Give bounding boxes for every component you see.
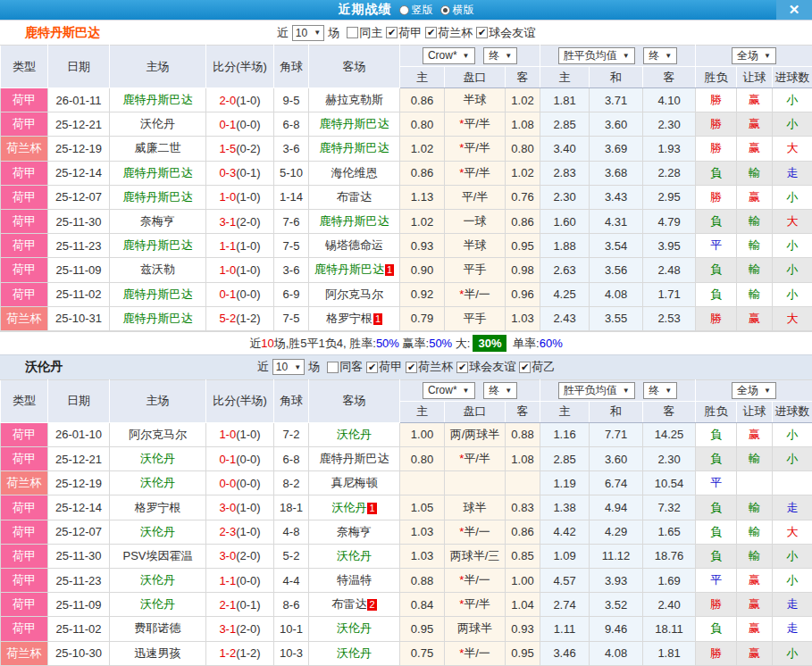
- handicap-line: 平/半: [464, 141, 490, 154]
- radio-label: 竖版: [412, 3, 433, 18]
- odds-away-cell: 0.85: [506, 544, 540, 568]
- league-type-cell: 荷甲: [1, 209, 48, 233]
- avg-away-cell: 18.11: [643, 617, 696, 641]
- handicap-line: 半/一: [464, 646, 490, 660]
- odds-away-cell: 0.88: [506, 422, 540, 446]
- handicap-line: 一球: [464, 214, 487, 228]
- goals-result-cell: [773, 471, 812, 495]
- corner-cell: 6-8: [274, 447, 309, 471]
- home-team-name: 沃伦丹: [140, 452, 175, 465]
- half-time-score: (1-0): [236, 239, 260, 253]
- avg-home-cell: 1.19: [540, 471, 590, 495]
- avg-home-cell: 2.30: [540, 185, 590, 209]
- half-time-score: (0-0): [236, 453, 260, 466]
- section-header-volendam: 沃伦丹 近 10▼ 场 同客✔荷甲✔荷兰杯✔球会友谊✔荷乙: [0, 354, 812, 379]
- filter-checkbox[interactable]: ✔荷兰杯: [406, 359, 453, 375]
- col-header-avg-home: 主: [540, 401, 590, 422]
- corner-cell: 6-9: [274, 282, 309, 306]
- filter-checkbox[interactable]: 同主: [347, 25, 382, 41]
- match-date-cell: 25-11-30: [48, 209, 110, 233]
- filter-checkbox[interactable]: ✔荷甲: [386, 25, 422, 41]
- avg-home-cell: 2.63: [540, 258, 590, 282]
- handicap-result-cell: 輸: [737, 495, 773, 520]
- table-row: 荷甲 25-11-30 PSV埃因霍温 3-0(2-0) 5-2 沃伦丹 1.0…: [1, 544, 812, 568]
- checkbox-unchecked-icon: [347, 27, 358, 38]
- goals-result-cell: 小: [773, 88, 812, 112]
- avg-away-cell: 4.79: [643, 209, 696, 233]
- score-cell: 1-0(1-0): [206, 185, 274, 209]
- col-header-avg-away: 客: [643, 401, 696, 422]
- avg-home-cell: 1.81: [540, 88, 590, 112]
- avg-stage-select[interactable]: 终▼: [643, 382, 677, 399]
- filter-checkbox[interactable]: ✔球会友谊: [476, 25, 535, 41]
- scope-select[interactable]: 全场▼: [732, 47, 776, 64]
- corner-cell: 7-6: [274, 209, 309, 233]
- handicap-cell: *半/一: [445, 282, 506, 306]
- summary-segment: 大:: [452, 337, 470, 350]
- home-team-cell: 迅速男孩: [110, 641, 206, 665]
- league-type-cell: 荷兰杯: [1, 306, 48, 330]
- goals-result-cell: 小: [773, 185, 812, 209]
- match-count-select[interactable]: 10▼: [292, 25, 324, 41]
- avg-draw-cell: 4.08: [590, 641, 643, 665]
- handicap-cell: *半/一: [445, 569, 506, 593]
- handicap-line: 平手: [464, 312, 487, 325]
- odds-away-cell: 0.83: [506, 495, 540, 520]
- result-cell: 負: [696, 209, 737, 233]
- avg-select[interactable]: 胜平负均值▼: [558, 382, 635, 399]
- avg-away-cell: 2.53: [643, 306, 696, 330]
- avg-home-cell: 4.42: [540, 520, 590, 544]
- match-count-select[interactable]: 10▼: [272, 359, 305, 375]
- close-button[interactable]: ✕: [776, 0, 812, 20]
- filter-checkbox[interactable]: ✔荷乙: [519, 359, 555, 375]
- score-cell: 5-2(1-2): [206, 306, 274, 330]
- filter-checkbox[interactable]: ✔荷甲: [366, 359, 402, 375]
- odds-stage-select[interactable]: 终▼: [483, 382, 517, 399]
- avg-away-cell: 2.28: [643, 161, 696, 185]
- goals-result-cell: 走: [773, 495, 812, 520]
- corner-cell: 4-4: [274, 569, 309, 593]
- col-header-handicap-result: 让球: [737, 67, 773, 88]
- full-time-score: 1-1: [219, 574, 236, 587]
- handicap-line: 两球半/三: [450, 549, 500, 562]
- match-date-cell: 25-10-30: [48, 641, 110, 665]
- odds-stage-select[interactable]: 终▼: [483, 47, 517, 64]
- handicap-result-cell: 赢: [737, 593, 773, 617]
- avg-away-cell: 7.32: [643, 495, 696, 520]
- half-time-score: (1-0): [236, 525, 260, 538]
- avg-draw-cell: 9.46: [590, 617, 643, 641]
- home-team-cell: PSV埃因霍温: [110, 544, 206, 568]
- handicap-line: 平/半: [464, 166, 490, 179]
- half-time-score: (2-0): [236, 622, 260, 636]
- filter-checkbox[interactable]: ✔球会友谊: [456, 359, 515, 375]
- league-type-cell: 荷甲: [1, 112, 48, 137]
- handicap-cell: 两/两球半: [445, 422, 506, 446]
- match-date-cell: 25-12-21: [48, 112, 110, 137]
- score-cell: 3-1(2-0): [206, 209, 274, 233]
- layout-radio-horizontal[interactable]: 横版: [440, 3, 474, 18]
- bookmaker-select[interactable]: Crow*▼: [423, 47, 475, 64]
- avg-stage-select[interactable]: 终▼: [643, 47, 677, 64]
- avg-draw-cell: 4.29: [590, 520, 643, 544]
- away-team-name: 沃伦丹: [337, 549, 372, 562]
- odds-away-cell: 1.00: [506, 569, 540, 593]
- section-header-sparta: 鹿特丹斯巴达 近 10▼ 场 同主✔荷甲✔荷兰杯✔球会友谊: [0, 20, 812, 45]
- match-date-cell: 25-12-19: [48, 471, 110, 495]
- layout-radio-vertical[interactable]: 竖版: [399, 3, 433, 18]
- full-time-score: 0-1: [219, 453, 236, 466]
- handicap-result-cell: 赢: [737, 617, 773, 641]
- odds-away-cell: 0.93: [506, 617, 540, 641]
- avg-away-cell: 1.69: [643, 569, 696, 593]
- table-row: 荷兰杯 25-10-30 迅速男孩 1-2(1-2) 10-3 沃伦丹 0.75…: [1, 641, 812, 665]
- goals-result-cell: 小: [773, 641, 812, 665]
- home-team-name: 阿尔克马尔: [129, 428, 187, 441]
- full-time-score: 3-0: [219, 549, 236, 562]
- corner-cell: 7-5: [274, 234, 309, 258]
- filter-checkbox[interactable]: ✔荷兰杯: [425, 25, 473, 41]
- radio-label: 横版: [453, 3, 474, 18]
- avg-select[interactable]: 胜平负均值▼: [558, 47, 635, 64]
- scope-select[interactable]: 全场▼: [732, 382, 776, 399]
- match-date-cell: 25-12-14: [48, 495, 110, 520]
- bookmaker-select[interactable]: Crow*▼: [423, 382, 475, 399]
- filter-checkbox[interactable]: 同客: [327, 359, 363, 375]
